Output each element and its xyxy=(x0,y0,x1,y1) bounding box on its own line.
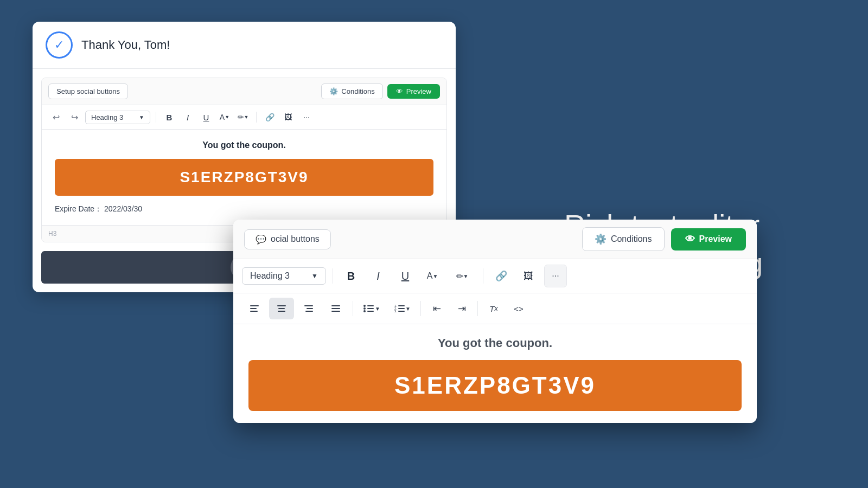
svg-rect-10 xyxy=(331,308,340,309)
svg-rect-9 xyxy=(331,305,340,306)
conditions-btn-bg[interactable]: ⚙️ Conditions xyxy=(321,84,382,99)
bold-btn-bg[interactable]: B xyxy=(162,110,177,125)
coupon-title-fg: You got the coupon. xyxy=(248,336,742,350)
numbered-list-btn-fg[interactable]: 1.2.3. ▼ xyxy=(388,298,416,319)
more-btn-fg[interactable]: ··· xyxy=(544,265,567,287)
align-right-btn-fg[interactable] xyxy=(296,298,321,319)
svg-rect-3 xyxy=(277,305,286,306)
italic-btn-bg[interactable]: I xyxy=(180,110,195,125)
coupon-code-box-fg: S1ERZP8GT3V9 xyxy=(248,360,742,411)
divider-5-fg xyxy=(477,301,478,316)
h3-label-bg: H3 xyxy=(48,230,56,237)
editor-content-fg: You got the coupon. S1ERZP8GT3V9 xyxy=(233,324,757,423)
chat-icon-fg: 💬 xyxy=(256,234,266,245)
thank-you-text: Thank You, Tom! xyxy=(81,38,170,52)
svg-rect-2 xyxy=(250,311,258,312)
svg-point-16 xyxy=(363,310,366,312)
coupon-title-bg: You got the coupon. xyxy=(55,140,433,150)
svg-rect-7 xyxy=(307,308,313,309)
editor-card-foreground: 💬 ocial buttons ⚙️ Conditions 👁 Preview … xyxy=(233,220,757,423)
eye-icon-bg: 👁 xyxy=(396,87,403,95)
editor-inner-bg: Setup social buttons ⚙️ Conditions 👁 Pre… xyxy=(41,78,447,242)
divider-3-fg xyxy=(353,301,353,316)
font-color-btn-bg[interactable]: A▼ xyxy=(217,110,232,125)
bullet-list-btn-fg[interactable]: ▼ xyxy=(358,298,386,319)
image-btn-bg[interactable]: 🖼 xyxy=(280,110,296,125)
thank-you-header: ✓ Thank You, Tom! xyxy=(33,22,456,69)
conditions-label-fg: Conditions xyxy=(611,234,652,244)
link-btn-fg[interactable]: 🔗 xyxy=(490,265,513,287)
social-buttons-btn-bg[interactable]: Setup social buttons xyxy=(48,84,128,99)
outdent-btn-fg[interactable]: ⇤ xyxy=(425,298,448,319)
gear-icon-fg: ⚙️ xyxy=(595,233,607,245)
more-btn-bg[interactable]: ··· xyxy=(299,110,314,125)
underline-btn-bg[interactable]: U xyxy=(199,110,214,125)
gear-icon-bg: ⚙️ xyxy=(329,87,338,95)
divider-1-fg xyxy=(333,268,333,284)
toolbar-row3-fg: ▼ 1.2.3. ▼ ⇤ ⇥ Tx <> xyxy=(233,293,757,324)
svg-rect-8 xyxy=(305,311,313,312)
heading-select-bg[interactable]: Heading 3 ▼ xyxy=(85,111,150,124)
preview-label-bg: Preview xyxy=(406,87,431,95)
svg-rect-13 xyxy=(367,305,374,306)
indent-btn-fg[interactable]: ⇥ xyxy=(450,298,473,319)
bold-btn-fg[interactable]: B xyxy=(340,265,362,287)
align-justify-btn-fg[interactable] xyxy=(323,298,348,319)
divider-2-fg xyxy=(483,268,483,284)
conditions-label-bg: Conditions xyxy=(341,87,374,95)
svg-point-14 xyxy=(363,307,366,310)
highlight-btn-bg[interactable]: ✏▼ xyxy=(235,110,251,125)
code-btn-fg[interactable]: <> xyxy=(507,298,530,319)
check-circle-icon: ✓ xyxy=(46,31,73,59)
svg-rect-17 xyxy=(367,311,374,312)
svg-rect-21 xyxy=(398,308,405,309)
divider-4-fg xyxy=(420,301,421,316)
svg-rect-0 xyxy=(250,305,259,306)
social-btn-text-fg: ocial buttons xyxy=(271,234,320,244)
undo-btn-bg[interactable]: ↩ xyxy=(48,110,63,125)
toolbar-row2-bg: ↩ ↪ Heading 3 ▼ B I U A▼ ✏▼ 🔗 🖼 ··· xyxy=(42,105,446,130)
svg-rect-4 xyxy=(278,308,285,309)
divider-2-bg xyxy=(256,112,257,123)
coupon-code-box-bg: S1ERZP8GT3V9 xyxy=(55,159,433,196)
preview-btn-fg[interactable]: 👁 Preview xyxy=(671,228,746,251)
conditions-btn-fg[interactable]: ⚙️ Conditions xyxy=(582,227,665,251)
chevron-down-icon-fg: ▼ xyxy=(311,272,318,280)
coupon-code-text-bg: S1ERZP8GT3V9 xyxy=(180,169,308,185)
svg-rect-6 xyxy=(304,305,313,306)
preview-label-fg: Preview xyxy=(699,234,732,244)
toolbar-row1-bg: Setup social buttons ⚙️ Conditions 👁 Pre… xyxy=(42,78,446,105)
svg-rect-1 xyxy=(250,308,257,309)
expire-date-bg: Expire Date： 2022/03/30 xyxy=(55,204,433,214)
preview-btn-bg[interactable]: 👁 Preview xyxy=(387,84,440,99)
underline-btn-fg[interactable]: U xyxy=(394,265,417,287)
svg-rect-23 xyxy=(398,311,405,312)
divider-1-bg xyxy=(156,112,156,123)
chevron-down-icon-bg: ▼ xyxy=(139,114,144,120)
font-color-btn-fg[interactable]: A▼ xyxy=(421,265,444,287)
italic-btn-fg[interactable]: I xyxy=(367,265,390,287)
link-btn-bg[interactable]: 🔗 xyxy=(262,110,277,125)
social-buttons-btn-fg[interactable]: 💬 ocial buttons xyxy=(244,229,331,249)
redo-btn-bg[interactable]: ↪ xyxy=(67,110,82,125)
toolbar-row1-fg: 💬 ocial buttons ⚙️ Conditions 👁 Preview xyxy=(233,220,757,259)
svg-rect-15 xyxy=(367,308,374,309)
svg-text:3.: 3. xyxy=(394,310,397,313)
editor-content-bg: You got the coupon. S1ERZP8GT3V9 Expire … xyxy=(42,130,446,225)
svg-point-12 xyxy=(363,305,366,307)
align-center-btn-fg[interactable] xyxy=(269,298,294,319)
image-btn-fg[interactable]: 🖼 xyxy=(517,265,540,287)
coupon-code-text-fg: S1ERZP8GT3V9 xyxy=(394,372,596,399)
clear-format-btn-fg[interactable]: Tx xyxy=(482,298,505,319)
svg-rect-5 xyxy=(278,311,285,312)
align-left-btn-fg[interactable] xyxy=(242,298,267,319)
svg-rect-19 xyxy=(398,305,405,306)
eye-icon-fg: 👁 xyxy=(685,234,695,245)
toolbar-row2-fg: Heading 3 ▼ B I U A▼ ✏▼ 🔗 🖼 ··· xyxy=(233,259,757,293)
heading-select-fg[interactable]: Heading 3 ▼ xyxy=(242,267,326,285)
svg-rect-11 xyxy=(331,311,340,312)
highlight-btn-fg[interactable]: ✏▼ xyxy=(448,265,476,287)
